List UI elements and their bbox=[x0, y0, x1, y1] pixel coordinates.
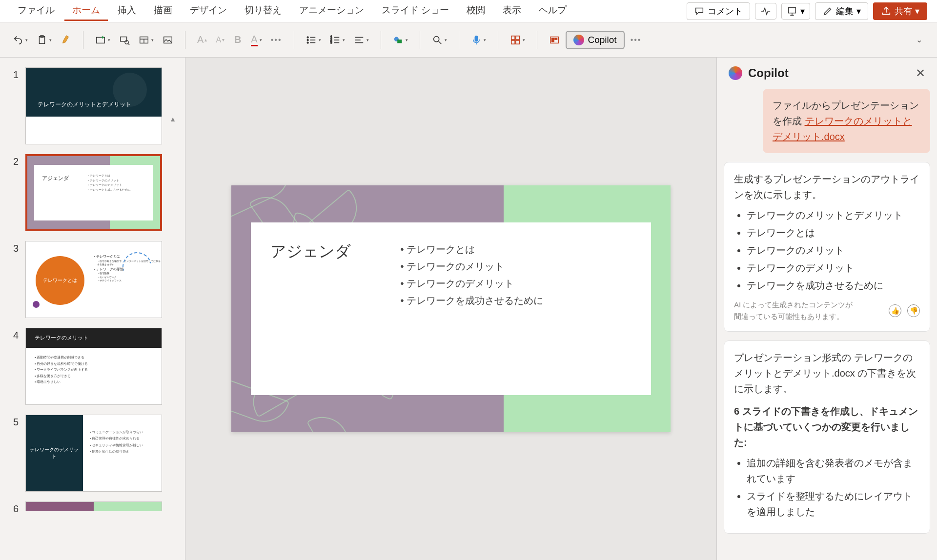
undo-button[interactable]: ▾ bbox=[10, 32, 31, 48]
presenter-icon bbox=[787, 6, 797, 17]
thumb-4-title: テレワークのメリット bbox=[35, 335, 88, 340]
thumbnail-3[interactable]: テレワークとは • テレワークとは ・自宅や好きな場所で、インターネットを活用し… bbox=[25, 241, 162, 318]
list-item: スライドを整理するためにレイアウトを適用しました bbox=[747, 487, 920, 520]
layout-icon bbox=[139, 35, 149, 45]
copilot-pane-title: Copilot bbox=[748, 66, 789, 80]
copilot-ribbon-button[interactable]: Copilot bbox=[566, 31, 625, 49]
close-icon: ✕ bbox=[916, 66, 925, 80]
addins-button[interactable]: ▾ bbox=[507, 32, 528, 48]
changes-list: 追加の詳細を含む発表者のメモが含まれています スライドを整理するためにレイアウト… bbox=[734, 454, 920, 520]
present-button[interactable]: ▾ bbox=[781, 3, 810, 20]
paste-button[interactable]: ▾ bbox=[34, 32, 55, 48]
bullets-button[interactable]: ▾ bbox=[303, 32, 324, 48]
menu-home[interactable]: ホーム bbox=[64, 1, 108, 21]
list-item: テレワークのメリット bbox=[400, 258, 543, 275]
thumbnail-5[interactable]: テレワークのデメリット • コミュニケーションが取りづらい • 自己管理や自律性… bbox=[25, 415, 162, 492]
svg-rect-38 bbox=[511, 40, 514, 43]
bot-message-1: 生成するプレゼンテーションのアウトラインを次に示します。 テレワークのメリットと… bbox=[724, 162, 930, 332]
svg-rect-0 bbox=[789, 7, 796, 13]
format-painter-button[interactable] bbox=[58, 32, 74, 48]
current-slide[interactable]: アジェンダ テレワークとは テレワークのメリット テレワークのデメリット テレワ… bbox=[231, 185, 671, 432]
designer-button[interactable] bbox=[546, 32, 563, 48]
thumbnail-4[interactable]: テレワークのメリット • 通勤時間や交通費が削減できる • 自分の好きな場所や時… bbox=[25, 328, 162, 405]
chevron-down-icon: ▾ bbox=[49, 38, 52, 42]
list-item: テレワークのデメリット bbox=[747, 259, 920, 277]
dictate-button[interactable]: ▾ bbox=[468, 32, 489, 48]
slide-bullet-list[interactable]: テレワークとは テレワークのメリット テレワークのデメリット テレワークを成功さ… bbox=[400, 241, 543, 377]
chevron-down-icon: ▾ bbox=[367, 38, 369, 42]
slide-zoom-icon bbox=[119, 35, 130, 45]
thumbnail-panel[interactable]: ▲ 1 テレワークのメリットとデメリット 2 アジェンダ • テレワークとは •… bbox=[0, 58, 185, 560]
thumb-4-list: • 通勤時間や交通費が削減できる • 自分の好きな場所や時間で働ける • ワーク… bbox=[26, 348, 162, 385]
chevron-down-icon: ▾ bbox=[343, 38, 345, 42]
catch-up-button[interactable] bbox=[755, 3, 776, 20]
more-font-button[interactable]: ••• bbox=[268, 33, 285, 47]
menu-help[interactable]: ヘルプ bbox=[531, 1, 574, 21]
share-button[interactable]: 共有 ▾ bbox=[873, 2, 927, 20]
thumbs-up-button[interactable]: 👍 bbox=[889, 304, 901, 317]
shapes-button[interactable]: ▾ bbox=[390, 32, 411, 48]
thumbnail-1[interactable]: テレワークのメリットとデメリット bbox=[25, 67, 162, 144]
menu-transition[interactable]: 切り替え bbox=[237, 1, 289, 21]
ai-disclaimer: AI によって生成されたコンテンツが間違っている可能性もあります。 bbox=[734, 299, 856, 322]
ribbon-toggle[interactable]: ⌄ bbox=[916, 35, 922, 44]
addins-icon bbox=[510, 35, 521, 45]
slide-zoom-button[interactable] bbox=[116, 32, 133, 48]
menu-slideshow[interactable]: スライド ショー bbox=[374, 1, 457, 21]
bold-button[interactable]: B bbox=[230, 31, 245, 48]
menu-design[interactable]: デザイン bbox=[182, 1, 235, 21]
chevron-down-icon: ▾ bbox=[915, 6, 919, 17]
svg-rect-39 bbox=[515, 40, 519, 43]
close-button[interactable]: ✕ bbox=[916, 66, 925, 80]
scroll-up-icon[interactable]: ▲ bbox=[169, 115, 176, 123]
svg-text:3: 3 bbox=[330, 40, 332, 44]
svg-rect-14 bbox=[164, 37, 172, 43]
slide-canvas[interactable]: アジェンダ テレワークとは テレワークのメリット テレワークのデメリット テレワ… bbox=[185, 58, 716, 560]
align-button[interactable]: ▾ bbox=[351, 32, 372, 48]
thumb-3-title: テレワークとは bbox=[43, 277, 77, 284]
bot1-intro: 生成するプレゼンテーションのアウトラインを次に示します。 bbox=[734, 171, 920, 202]
menu-review[interactable]: 校閲 bbox=[459, 1, 493, 21]
more-commands-button[interactable]: ••• bbox=[628, 33, 645, 47]
new-slide-button[interactable]: ▾ bbox=[92, 32, 113, 48]
thumbnail-6[interactable] bbox=[25, 501, 162, 511]
menu-draw[interactable]: 描画 bbox=[146, 1, 180, 21]
bullets-icon bbox=[306, 35, 317, 45]
menu-view[interactable]: 表示 bbox=[495, 1, 529, 21]
thumb-3-list: • テレワークとは ・自宅や好きな場所で、インターネットを活用して仕事をする働き… bbox=[94, 254, 162, 283]
list-item: テレワークのメリット bbox=[747, 241, 920, 259]
brush-icon bbox=[61, 35, 71, 45]
thumb-number: 5 bbox=[10, 415, 19, 428]
chevron-down-icon: ▾ bbox=[151, 38, 154, 42]
slide-title[interactable]: アジェンダ bbox=[270, 241, 400, 377]
bot-message-2: プレゼンテーション形式の テレワークのメリットとデメリット.docx の下書きを… bbox=[724, 340, 930, 534]
list-item: テレワークを成功させるために bbox=[400, 292, 543, 309]
copilot-body[interactable]: ファイルからプレゼンテーションを作成 テレワークのメリットとデメリット.docx… bbox=[717, 89, 937, 560]
font-color-button[interactable]: A ▾ bbox=[248, 31, 265, 49]
copilot-icon bbox=[573, 35, 584, 45]
thumbnail-2[interactable]: アジェンダ • テレワークとは • テレワークのメリット • テレワークのデメリ… bbox=[25, 154, 162, 231]
thumb-2-list: • テレワークとは • テレワークのメリット • テレワークのデメリット • テ… bbox=[88, 165, 133, 220]
thumb-2-title: アジェンダ bbox=[34, 165, 88, 220]
comment-label: コメント bbox=[708, 5, 743, 17]
thumbs-down-button[interactable]: 👎 bbox=[907, 304, 920, 317]
comment-button[interactable]: コメント bbox=[687, 2, 750, 20]
crop-button[interactable] bbox=[160, 32, 176, 48]
thumb-number: 6 bbox=[10, 501, 19, 515]
chevron-down-icon: ▾ bbox=[406, 38, 408, 42]
svg-line-33 bbox=[438, 41, 441, 44]
thumb-5-title: テレワークのデメリット bbox=[30, 446, 79, 460]
share-label: 共有 bbox=[895, 5, 912, 17]
menu-file[interactable]: ファイル bbox=[10, 1, 62, 21]
edit-mode-button[interactable]: 編集 ▾ bbox=[815, 2, 868, 20]
find-button[interactable]: ▾ bbox=[429, 32, 450, 48]
chevron-down-icon: ▾ bbox=[484, 38, 486, 42]
list-item: 追加の詳細を含む発表者のメモが含まれています bbox=[747, 454, 920, 487]
font-decrease-button[interactable]: A▾ bbox=[213, 33, 227, 47]
font-increase-button[interactable]: A▴ bbox=[194, 31, 210, 48]
layout-button[interactable]: ▾ bbox=[136, 32, 157, 48]
numbering-button[interactable]: 123 ▾ bbox=[327, 32, 348, 48]
menu-insert[interactable]: 挿入 bbox=[110, 1, 144, 21]
menu-animation[interactable]: アニメーション bbox=[291, 1, 372, 21]
edit-label: 編集 bbox=[836, 5, 854, 17]
